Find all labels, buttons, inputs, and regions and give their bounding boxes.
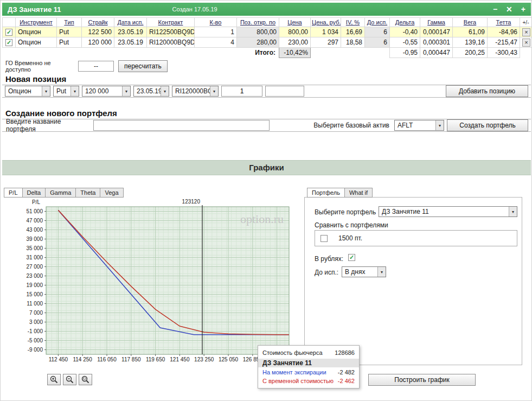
col-strike[interactable]: Страйк [88,19,107,26]
svg-text:121 450: 121 450 [170,357,190,362]
tab-delta[interactable]: Delta [22,188,46,198]
cell-instrument: Опцион [16,37,57,48]
newpos-strike-select[interactable]: 120 000 ▾ [82,86,131,97]
svg-text:125 050: 125 050 [219,357,239,362]
col-gamma[interactable]: Гамма [427,19,445,26]
base-asset-select[interactable]: AFLT ▾ [394,120,444,131]
cell-open-at: 280,00 [237,37,279,48]
add-position-button[interactable]: Добавить позицию [446,85,528,97]
chevron-down-icon: ▾ [122,86,130,96]
charts-area: P/L Delta Gamma Theta Vega option.ru1231… [1,187,532,401]
col-days[interactable]: До исп. [367,19,387,26]
newpos-date-select[interactable]: 23.05.19 ▾ [133,86,169,97]
in-rubles-checkbox[interactable]: ✓ [348,254,355,261]
svg-text:-1 000: -1 000 [28,328,43,334]
chart-tooltip: Стоимость фьючерса 128686 ДЗ Занчятие 11… [258,345,360,389]
created-date: Создан 17.05.19 [172,6,217,12]
chevron-down-icon: ▾ [210,86,218,96]
svg-text:-5 000: -5 000 [28,338,43,343]
svg-text:11 000: 11 000 [27,301,43,307]
pl-chart[interactable]: option.ru12312051 00047 00043 00039 0003… [4,198,301,373]
create-portfolio-button[interactable]: Создать портфель [447,119,528,131]
cell-delta: -0,55 [390,37,420,48]
cell-strike: 122 500 [82,27,114,37]
totals-iv: -10,42% [279,48,311,58]
portfolio-title: ДЗ Занчятие 11 [8,5,61,14]
svg-text:-9 000: -9 000 [28,347,43,353]
time-value-pl-value: -2 462 [338,377,355,385]
chart-panel: P/L Delta Gamma Theta Vega option.ru1231… [4,188,301,373]
col-plusminus: +/- [523,20,529,26]
tab-what-if[interactable]: What if [344,188,373,198]
portfolio-titlebar: ДЗ Занчятие 11 Создан 17.05.19 − ✕ + [2,3,531,16]
tab-gamma[interactable]: Gamma [45,188,76,198]
cell-qty[interactable]: 1 [195,27,237,37]
svg-text:35 000: 35 000 [26,245,43,251]
expiration-pl-value: -2 482 [338,368,355,377]
newpos-qty-input[interactable] [221,86,262,97]
cell-days: 6 [365,27,390,37]
row-checkbox[interactable]: ✓ [5,39,12,46]
col-contract[interactable]: Контракт [158,19,183,26]
col-price-rub[interactable]: Цена, руб. [312,19,341,26]
cell-qty[interactable]: 4 [195,37,237,48]
col-theta[interactable]: Тетта [496,19,511,26]
compare-portfolio-list: 1500 пт. [315,230,517,246]
cell-price-rub: 297 [311,37,341,48]
col-open-at[interactable]: Поз. откр. по [240,19,275,26]
cell-type: Put [57,37,82,48]
newpos-contract-select[interactable]: RI120000BQ ▾ [172,86,219,97]
tab-vega[interactable]: Vega [100,188,123,198]
table-header-row: Инструмент Тип Страйк Дата исп. Контракт… [3,18,532,27]
recalculate-button[interactable]: пересчитать [118,60,168,72]
minimize-button[interactable]: − [493,5,497,13]
go-label: ГО Временно не доступно [2,60,75,73]
col-instrument[interactable]: Инструмент [20,19,53,26]
build-chart-button[interactable]: Построить график [368,374,476,386]
side-panel-tabs: Портфель What if [307,188,522,198]
portfolio-select[interactable]: ДЗ Занчятие 11 ▾ [379,206,517,217]
col-type[interactable]: Тип [64,19,74,26]
tab-pl[interactable]: P/L [4,188,23,198]
svg-text:31 000: 31 000 [26,254,43,260]
svg-text:123120: 123120 [182,199,201,205]
zoom-out-icon [66,375,74,384]
cell-theta: -84,96 [488,27,520,37]
futures-price-label: Стоимость фьючерса [262,348,323,357]
compare-1500-checkbox[interactable] [321,235,328,242]
select-portfolio-label: Выберите портфель [315,208,376,216]
go-section: ГО Временно не доступно -- пересчитать [2,59,531,73]
position-row-2: ✓ Опцион Put 120 000 23.05.19 RI120000BQ… [3,37,532,48]
col-vega[interactable]: Вега [464,19,476,26]
col-price[interactable]: Цена [287,19,302,26]
tab-theta[interactable]: Theta [75,188,100,198]
col-iv[interactable]: IV, % [346,19,360,26]
time-value-pl-label: С временной стоимостью [262,377,334,385]
positions-table: Инструмент Тип Страйк Дата исп. Контракт… [2,17,532,58]
delete-position-button[interactable]: × [522,39,530,47]
chevron-down-icon: ▾ [509,207,517,217]
add-position-plus-button[interactable]: + [521,5,525,13]
totals-theta: -300,43 [488,48,520,58]
newpos-instrument-select[interactable]: Опцион ▾ [5,86,50,97]
newpos-type-select[interactable]: Put ▾ [53,86,79,97]
svg-text:114 250: 114 250 [73,357,92,362]
cell-exp-date: 23.05.19 [114,37,147,48]
new-portfolio-row: Введите название портфеля Выберите базов… [2,119,531,132]
zoom-in-button[interactable] [47,374,61,385]
cell-instrument: Опцион [16,27,57,37]
zoom-out-button[interactable] [63,374,76,385]
col-delta[interactable]: Дельта [395,19,415,26]
close-button[interactable]: ✕ [506,5,512,13]
portfolio-name-input[interactable] [93,120,270,131]
newpos-price-input[interactable] [265,86,304,97]
col-qty[interactable]: К-во [210,19,222,26]
delete-position-button[interactable]: × [522,28,530,36]
tab-portfolio[interactable]: Портфель [307,188,345,198]
zoom-reset-button[interactable] [79,374,92,385]
days-units-select[interactable]: В днях ▾ [342,266,386,277]
col-exp-date[interactable]: Дата исп. [117,19,143,26]
position-row-1: ✓ Опцион Put 122 500 23.05.19 RI122500BQ… [3,27,532,37]
row-checkbox[interactable]: ✓ [5,29,12,36]
svg-text:117 850: 117 850 [121,357,141,362]
